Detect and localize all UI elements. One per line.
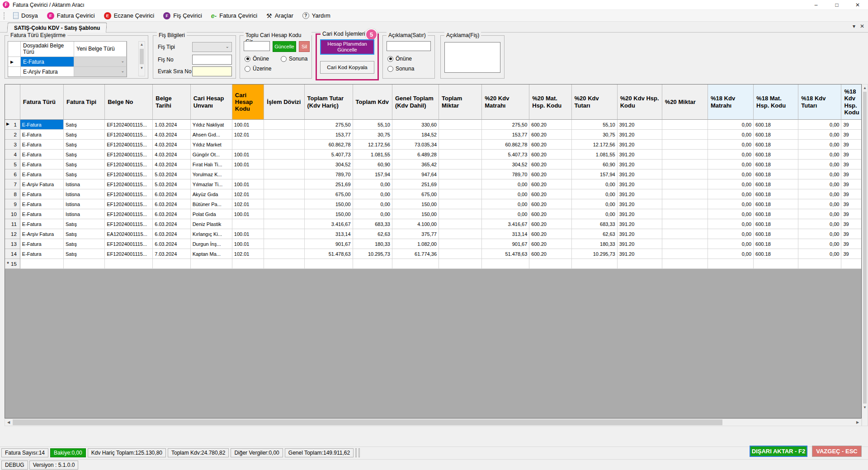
mapping-row-header[interactable] xyxy=(8,67,21,77)
grid-cell-tutar[interactable]: 60.862,78 xyxy=(305,140,353,150)
grid-cell-cari_kod[interactable]: 102.01 xyxy=(232,189,264,199)
grid-cell-unvan[interactable]: Bütüner Pa... xyxy=(191,199,232,209)
grid-cell-m18_tutar[interactable]: 0,00 xyxy=(798,249,841,259)
fis-no-input[interactable] xyxy=(192,55,232,65)
grid-cell-tarih[interactable]: 6.03.2024 xyxy=(153,219,190,229)
grid-cell-tipi[interactable]: Satış xyxy=(64,249,105,259)
fis-tipi-dropdown[interactable]: ⌄ xyxy=(192,42,232,52)
grid-cell-belge_no[interactable]: EF12024001115... xyxy=(105,239,153,249)
disari-aktar-button[interactable]: DIŞARI AKTAR - F2 xyxy=(750,446,807,457)
grid-cell-genel[interactable]: 251,69 xyxy=(392,179,439,189)
grid-cell-cari_kod[interactable]: 100.01 xyxy=(232,229,264,239)
tab-list-chevron-down-icon[interactable]: ▾ xyxy=(853,23,855,29)
grid-cell-m20_kdv_hsp[interactable]: 391.20 xyxy=(618,160,662,169)
grid-cell-unvan[interactable]: Durgun İnş... xyxy=(191,239,232,249)
grid-cell-m18_tutar[interactable]: 0,00 xyxy=(798,179,841,189)
aciklama-satir-input[interactable] xyxy=(387,41,431,51)
grid-cell-m20_mat_hsp[interactable]: 600.20 xyxy=(529,160,571,169)
grid-cell-dovizi[interactable] xyxy=(264,130,304,140)
grid-cell-m20_miktar[interactable] xyxy=(662,249,708,259)
grid-cell-kdv[interactable]: 10.295,73 xyxy=(353,249,392,259)
grid-cell-miktar[interactable] xyxy=(439,140,482,150)
grid-cell-unvan[interactable]: Güngör Ot... xyxy=(191,150,232,160)
grid-cell-turu[interactable]: E-Arşiv Fatura xyxy=(20,229,64,239)
grid-cell-m18_matrah[interactable]: 0,00 xyxy=(708,140,754,150)
sil-button[interactable]: Sil xyxy=(299,41,310,52)
mapping-grid-scrollbar[interactable]: ▲ ▼ xyxy=(138,41,145,76)
grid-cell-tarih[interactable]: 1.03.2024 xyxy=(153,120,190,130)
grid-cell-m18_matrah[interactable]: 0,00 xyxy=(708,209,754,219)
grid-cell-turu[interactable]: E-Fatura xyxy=(20,169,64,179)
grid-cell-tarih[interactable]: 4.03.2024 xyxy=(153,140,190,150)
grid-cell-m20_miktar[interactable] xyxy=(662,179,708,189)
grid-cell-tarih[interactable]: 6.03.2024 xyxy=(153,209,190,219)
grid-cell-m20_mat_hsp[interactable]: 600.20 xyxy=(529,189,571,199)
grid-cell-m18_mat_hsp[interactable]: 600.18 xyxy=(754,179,798,189)
grid-cell-m20_tutar[interactable]: 10.295,73 xyxy=(572,249,618,259)
grid-cell-m18_mat_hsp[interactable]: 600.18 xyxy=(754,209,798,219)
grid-cell-m18_tutar[interactable]: 0,00 xyxy=(798,120,841,130)
grid-cell-m20_tutar[interactable]: 12.172,56 xyxy=(572,140,618,150)
grid-cell-kdv[interactable]: 157,94 xyxy=(353,169,392,179)
grid-cell-m20_matrah[interactable]: 3.416,67 xyxy=(482,219,529,229)
grid-cell-unvan[interactable]: Yıldız Market xyxy=(191,140,232,150)
grid-cell-m20_miktar[interactable] xyxy=(662,219,708,229)
grid-cell-kdv[interactable]: 0,00 xyxy=(353,179,392,189)
column-header-tutar[interactable]: Toplam Tutar (Kdv Hariç) xyxy=(305,85,353,120)
grid-cell-tutar[interactable]: 5.407,73 xyxy=(305,150,353,160)
grid-cell-m20_kdv_hsp[interactable]: 391.20 xyxy=(618,150,662,160)
yeni-belge-turu-dropdown[interactable]: ⌄ xyxy=(74,57,127,67)
guncelle-button[interactable]: Güncelle xyxy=(273,41,296,52)
grid-cell-belge_no[interactable]: EF12024001115... xyxy=(105,169,153,179)
menu-item-yardim[interactable]: ?Yardım xyxy=(298,10,335,21)
grid-cell-dovizi[interactable] xyxy=(264,249,304,259)
grid-cell-turu[interactable]: E-Fatura xyxy=(20,140,64,150)
grid-cell-m20_mat_hsp[interactable]: 600.20 xyxy=(529,219,571,229)
grid-cell-m20_tutar[interactable]: 62,63 xyxy=(572,229,618,239)
grid-cell-m20_kdv_hsp[interactable]: 391.20 xyxy=(618,209,662,219)
row-header[interactable]: 3 xyxy=(5,140,20,150)
menu-item-araclar[interactable]: ⚒Araçlar xyxy=(262,10,298,21)
grid-cell-belge_no[interactable]: EF12024001115... xyxy=(105,179,153,189)
grid-cell-turu[interactable]: E-Fatura xyxy=(20,150,64,160)
grid-cell-kdv[interactable] xyxy=(353,259,392,269)
grid-cell-m18_tutar[interactable]: 0,00 xyxy=(798,140,841,150)
grid-cell-tutar[interactable]: 150,00 xyxy=(305,209,353,219)
column-header-m20_kdv_hsp[interactable]: %20 Kdv Hsp. Kodu xyxy=(618,85,662,120)
grid-cell-m18_matrah[interactable]: 0,00 xyxy=(708,130,754,140)
yeni-belge-turu-dropdown[interactable]: ⌄ xyxy=(74,67,127,77)
grid-cell-turu[interactable]: E-Fatura xyxy=(20,239,64,249)
grid-cell-m20_tutar[interactable]: 30,75 xyxy=(572,130,618,140)
grid-cell-tutar[interactable]: 153,77 xyxy=(305,130,353,140)
column-header-unvan[interactable]: Cari Hesap Unvanı xyxy=(191,85,232,120)
grid-cell-m20_kdv_hsp[interactable]: 391.20 xyxy=(618,189,662,199)
grid-cell-tipi[interactable]: Istisna xyxy=(64,189,105,199)
row-header[interactable]: 11 xyxy=(5,219,20,229)
grid-cell-dovizi[interactable] xyxy=(264,150,304,160)
radio-sonuna[interactable]: Sonuna xyxy=(387,66,414,72)
grid-cell-m18_kdv_hsp[interactable]: 39 xyxy=(841,239,862,249)
grid-cell-m18_mat_hsp[interactable]: 600.18 xyxy=(754,219,798,229)
grid-cell-miktar[interactable] xyxy=(439,209,482,219)
grid-cell-tipi[interactable]: Satış xyxy=(64,130,105,140)
row-header[interactable]: 8 xyxy=(5,189,20,199)
grid-cell-m20_matrah[interactable]: 60.862,78 xyxy=(482,140,529,150)
grid-cell-m20_miktar[interactable] xyxy=(662,259,708,269)
grid-cell-m20_matrah[interactable]: 0,00 xyxy=(482,179,529,189)
grid-cell-m20_matrah[interactable]: 275,50 xyxy=(482,120,529,130)
grid-cell-tutar[interactable]: 51.478,63 xyxy=(305,249,353,259)
grid-cell-genel[interactable]: 365,42 xyxy=(392,160,439,169)
grid-cell-unvan[interactable]: Kaptan Ma... xyxy=(191,249,232,259)
grid-cell-m18_tutar[interactable]: 0,00 xyxy=(798,169,841,179)
grid-cell-turu[interactable]: E-Fatura xyxy=(20,209,64,219)
column-header-turu[interactable]: Fatura Türü xyxy=(20,85,64,120)
grid-cell-miktar[interactable] xyxy=(439,199,482,209)
grid-cell-m20_miktar[interactable] xyxy=(662,199,708,209)
grid-cell-m18_tutar[interactable]: 0,00 xyxy=(798,219,841,229)
column-header-dovizi[interactable]: İşlem Dövizi xyxy=(264,85,304,120)
grid-cell-m18_mat_hsp[interactable]: 600.18 xyxy=(754,150,798,160)
column-header-m18_kdv_hsp[interactable]: %18 Kdv Hsp. Kodu xyxy=(841,85,862,120)
row-header[interactable]: 2 xyxy=(5,130,20,140)
grid-cell-miktar[interactable] xyxy=(439,239,482,249)
grid-cell-tarih[interactable]: 4.03.2024 xyxy=(153,160,190,169)
